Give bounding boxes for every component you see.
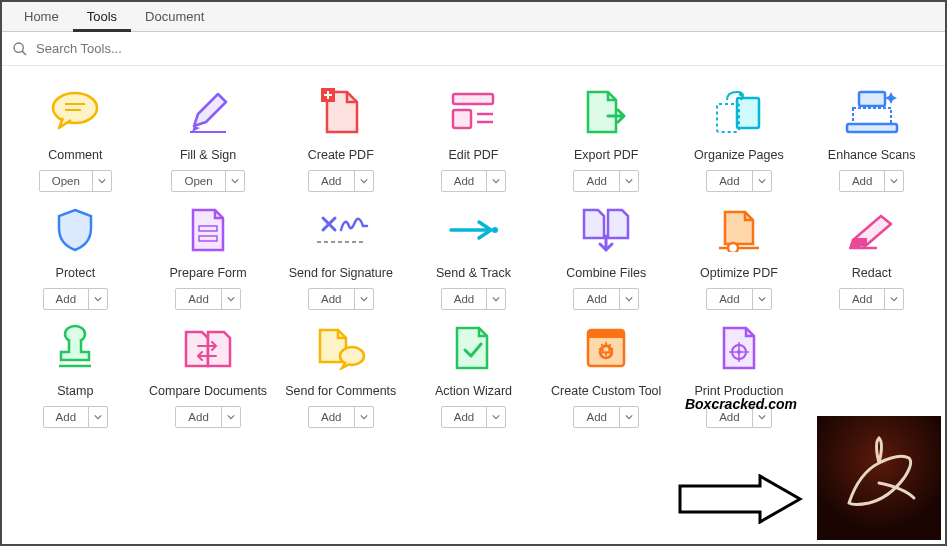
dropdown-caret-icon[interactable] <box>620 407 638 427</box>
tool-action-button[interactable]: Add <box>573 406 638 428</box>
tool-action-button[interactable]: Add <box>441 288 506 310</box>
tool-action-button[interactable]: Add <box>308 406 373 428</box>
tool-compare-documents[interactable]: Compare Documents Add <box>145 320 272 428</box>
tool-action-label[interactable]: Add <box>442 171 487 191</box>
svg-rect-13 <box>737 98 759 128</box>
tool-action-label[interactable]: Add <box>44 407 89 427</box>
dropdown-caret-icon[interactable] <box>89 407 107 427</box>
tool-action-button[interactable]: Add <box>308 288 373 310</box>
tool-label: Combine Files <box>566 266 646 280</box>
tool-send-for-comments[interactable]: Send for Comments Add <box>277 320 404 428</box>
dropdown-caret-icon[interactable] <box>487 289 505 309</box>
tool-action-label[interactable]: Add <box>840 171 885 191</box>
tool-action-button[interactable]: Add <box>43 288 108 310</box>
tool-action-label[interactable]: Add <box>574 289 619 309</box>
tool-action-label[interactable]: Add <box>442 407 487 427</box>
tool-action-wizard[interactable]: Action Wizard Add <box>410 320 537 428</box>
svg-rect-10 <box>453 110 471 128</box>
wizard-icon <box>437 320 509 376</box>
tab-home[interactable]: Home <box>10 2 73 32</box>
tool-create-pdf[interactable]: Create PDF Add <box>277 84 404 192</box>
tool-prepare-form[interactable]: Prepare Form Add <box>145 202 272 310</box>
dropdown-caret-icon[interactable] <box>487 171 505 191</box>
dropdown-caret-icon[interactable] <box>89 289 107 309</box>
tool-label: Redact <box>852 266 892 280</box>
tool-fill-sign[interactable]: Fill & Sign Open <box>145 84 272 192</box>
tool-action-label[interactable]: Add <box>309 407 354 427</box>
dropdown-caret-icon[interactable] <box>487 407 505 427</box>
dropdown-caret-icon[interactable] <box>222 289 240 309</box>
tool-send-for-signature[interactable]: Send for Signature Add <box>277 202 404 310</box>
tool-redact[interactable]: Redact Add <box>808 202 935 310</box>
tool-edit-pdf[interactable]: Edit PDF Add <box>410 84 537 192</box>
tool-action-label[interactable]: Add <box>707 289 752 309</box>
tool-export-pdf[interactable]: Export PDF Add <box>543 84 670 192</box>
tab-tools[interactable]: Tools <box>73 2 131 32</box>
tool-organize-pages[interactable]: Organize Pages Add <box>676 84 803 192</box>
tool-action-label[interactable]: Add <box>309 171 354 191</box>
tool-action-label[interactable]: Add <box>707 171 752 191</box>
dropdown-caret-icon[interactable] <box>226 171 244 191</box>
dropdown-caret-icon[interactable] <box>222 407 240 427</box>
tool-enhance-scans[interactable]: Enhance Scans Add <box>808 84 935 192</box>
tool-create-custom-tool[interactable]: Create Custom Tool Add <box>543 320 670 428</box>
tool-action-button[interactable]: Add <box>706 170 771 192</box>
tab-document[interactable]: Document <box>131 2 218 32</box>
tool-stamp[interactable]: Stamp Add <box>12 320 139 428</box>
tool-combine-files[interactable]: Combine Files Add <box>543 202 670 310</box>
tool-action-button[interactable]: Add <box>706 288 771 310</box>
tool-action-button[interactable]: Add <box>175 406 240 428</box>
svg-line-1 <box>22 51 26 55</box>
optimize-icon <box>703 202 775 258</box>
prepform-icon <box>172 202 244 258</box>
adobe-acrobat-logo <box>817 416 941 540</box>
tool-action-button[interactable]: Add <box>839 288 904 310</box>
tool-action-button[interactable]: Add <box>441 170 506 192</box>
combine-icon <box>570 202 642 258</box>
compare-icon <box>172 320 244 376</box>
tool-label: Create PDF <box>308 148 374 162</box>
search-icon <box>12 41 28 57</box>
tool-label: Optimize PDF <box>700 266 778 280</box>
tool-action-label[interactable]: Add <box>840 289 885 309</box>
tool-action-label[interactable]: Add <box>176 289 221 309</box>
tool-action-label[interactable]: Add <box>574 407 619 427</box>
tool-action-label[interactable]: Add <box>44 289 89 309</box>
tool-action-label[interactable]: Add <box>442 289 487 309</box>
dropdown-caret-icon[interactable] <box>620 289 638 309</box>
dropdown-caret-icon[interactable] <box>93 171 111 191</box>
tool-action-label[interactable]: Open <box>40 171 93 191</box>
dropdown-caret-icon[interactable] <box>885 289 903 309</box>
tools-grid: Comment Open Fill & Sign Open Create PDF… <box>2 66 945 428</box>
tool-protect[interactable]: Protect Add <box>12 202 139 310</box>
tool-action-label[interactable]: Open <box>172 171 225 191</box>
dropdown-caret-icon[interactable] <box>620 171 638 191</box>
dropdown-caret-icon[interactable] <box>753 289 771 309</box>
tool-action-button[interactable]: Add <box>573 170 638 192</box>
enhance-icon <box>836 84 908 140</box>
tool-action-button[interactable]: Open <box>39 170 112 192</box>
svg-rect-14 <box>717 104 739 132</box>
tool-action-button[interactable]: Add <box>43 406 108 428</box>
tool-action-label[interactable]: Add <box>574 171 619 191</box>
dropdown-caret-icon[interactable] <box>355 289 373 309</box>
tool-send-track[interactable]: Send & Track Add <box>410 202 537 310</box>
dropdown-caret-icon[interactable] <box>355 407 373 427</box>
dropdown-caret-icon[interactable] <box>885 171 903 191</box>
tool-action-button[interactable]: Open <box>171 170 244 192</box>
tool-action-button[interactable]: Add <box>175 288 240 310</box>
tool-action-button[interactable]: Add <box>573 288 638 310</box>
tool-action-label[interactable]: Add <box>176 407 221 427</box>
tool-action-button[interactable]: Add <box>839 170 904 192</box>
tool-optimize-pdf[interactable]: Optimize PDF Add <box>676 202 803 310</box>
custom-icon <box>570 320 642 376</box>
tool-comment[interactable]: Comment Open <box>12 84 139 192</box>
dropdown-caret-icon[interactable] <box>753 171 771 191</box>
tool-action-label[interactable]: Add <box>309 289 354 309</box>
printprod-icon <box>703 320 775 376</box>
tool-label: Enhance Scans <box>828 148 916 162</box>
tool-action-button[interactable]: Add <box>441 406 506 428</box>
tool-action-button[interactable]: Add <box>308 170 373 192</box>
dropdown-caret-icon[interactable] <box>355 171 373 191</box>
search-input[interactable] <box>36 41 336 56</box>
